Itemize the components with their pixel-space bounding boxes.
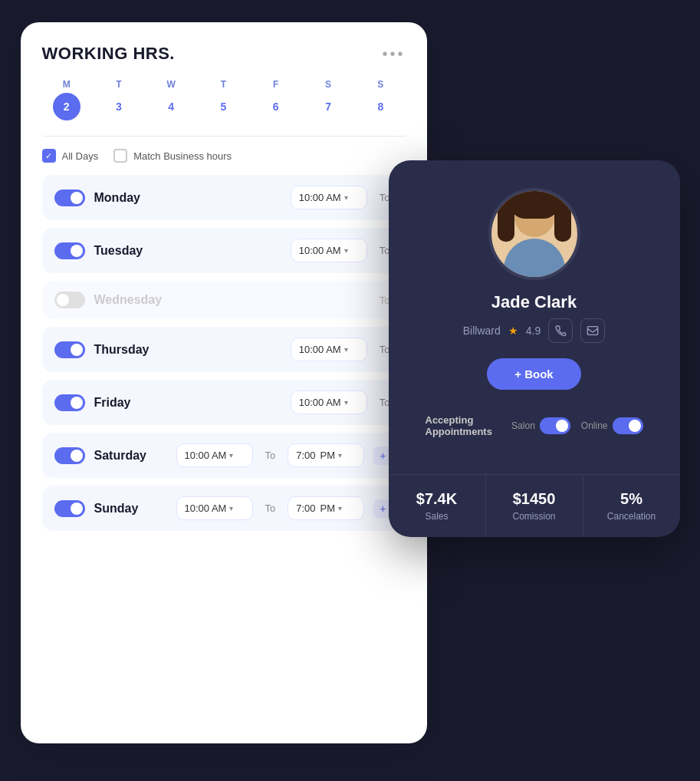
thursday-toggle[interactable] [54,341,85,358]
dropdown-arrow-icon: ▾ [344,246,348,255]
week-day-num[interactable]: 6 [262,93,290,120]
accepting-appointments-label: Accepting Appointments [426,414,501,437]
message-button[interactable] [580,318,605,343]
week-day-label: S [377,79,383,90]
dropdown-arrow-icon: ▾ [229,451,233,460]
thursday-label: Thursday [94,343,281,357]
match-business-label: Match Business hours [133,150,232,162]
company-name: Billward [463,325,501,337]
monday-toggle[interactable] [54,189,85,206]
svg-rect-0 [588,327,598,335]
day-row-friday: Friday 10:00 AM ▾ To [42,380,406,425]
profile-name: Jade Clark [491,292,577,312]
appointments-row: Accepting Appointments Salon Online [410,405,659,450]
salon-label: Salon [511,420,535,431]
cancellation-label: Cancelation [607,511,656,522]
week-day-label: M [63,79,71,90]
saturday-start-time[interactable]: 10:00 AM ▾ [176,443,253,467]
wednesday-label: Wednesday [94,293,367,307]
saturday-label: Saturday [94,449,167,463]
to-label: To [265,503,276,514]
phone-icon [554,325,567,337]
working-title: WORKING HRS. [42,44,175,64]
avatar-image [491,191,577,277]
cancellation-value: 5% [620,490,642,508]
wednesday-toggle[interactable] [54,292,85,308]
working-header: WORKING HRS. ••• [42,44,406,64]
friday-toggle[interactable] [54,394,85,411]
stat-commission: $1450 Comission [486,475,583,537]
day-rows: Monday 10:00 AM ▾ To Tuesday 10:00 AM ▾ … [42,175,406,549]
saturday-toggle[interactable] [54,447,85,464]
star-icon: ★ [508,325,518,337]
commission-value: $1450 [513,490,556,508]
sunday-toggle[interactable] [54,500,85,517]
monday-start-time[interactable]: 10:00 AM ▾ [291,186,367,209]
week-day-num[interactable]: 7 [314,93,342,120]
rating-value: 4.9 [526,325,541,337]
thursday-start-time[interactable]: 10:00 AM ▾ [291,338,367,361]
stats-row: $7.4K Sales $1450 Comission 5% Cancelati… [389,474,680,537]
stat-sales: $7.4K Sales [389,475,486,537]
week-day-num[interactable]: 4 [157,93,185,120]
sales-label: Sales [425,511,448,522]
week-day-label: F [273,79,278,90]
dropdown-arrow-icon: ▾ [229,504,233,512]
profile-meta: Billward ★ 4.9 [463,318,605,343]
week-day-3[interactable]: T 3 [94,79,143,120]
all-days-checkbox[interactable]: ✓ [42,149,56,163]
online-toggle-group: Online [581,417,643,434]
week-day-4[interactable]: W 4 [146,79,196,120]
week-day-7[interactable]: S 7 [304,79,353,120]
monday-label: Monday [94,191,281,205]
match-business-checkbox[interactable] [113,149,127,163]
book-button[interactable]: + Book [487,358,580,390]
week-day-label: T [116,79,121,90]
all-days-option[interactable]: ✓ All Days [42,149,99,163]
online-toggle[interactable] [613,417,643,434]
tuesday-label: Tuesday [94,244,281,258]
more-options-button[interactable]: ••• [382,45,405,63]
saturday-end-time[interactable]: 7:00 PM ▾ [288,443,364,467]
dropdown-arrow-icon: ▾ [344,398,348,407]
phone-button[interactable] [548,318,573,343]
week-selector: M 2 T 3 W 4 T 5 F 6 S 7 S 8 [42,79,406,120]
commission-label: Comission [512,511,555,522]
tuesday-start-time[interactable]: 10:00 AM ▾ [291,239,367,262]
week-day-6[interactable]: F 6 [251,79,301,120]
sunday-label: Sunday [94,502,167,516]
profile-card: Jade Clark Billward ★ 4.9 + Book [389,160,680,537]
online-label: Online [581,420,608,431]
week-day-num[interactable]: 2 [53,93,81,120]
profile-top: Jade Clark Billward ★ 4.9 + Book [389,160,680,468]
stat-cancellation: 5% Cancelation [583,475,680,537]
week-day-num[interactable]: 8 [366,93,394,120]
sunday-start-time[interactable]: 10:00 AM ▾ [176,496,253,520]
friday-label: Friday [94,396,281,410]
friday-start-time[interactable]: 10:00 AM ▾ [291,390,367,414]
avatar-hair [510,191,559,219]
day-row-thursday: Thursday 10:00 AM ▾ To [42,327,406,372]
tuesday-toggle[interactable] [54,242,85,259]
dropdown-arrow-icon: ▾ [344,345,348,354]
week-day-5[interactable]: T 5 [199,79,248,120]
week-day-2[interactable]: M 2 [42,79,91,120]
to-label: To [265,450,276,461]
schedule-options: ✓ All Days Match Business hours [42,149,406,163]
dropdown-arrow-icon: ▾ [338,504,342,512]
day-row-sunday: Sunday 10:00 AM ▾ To 7:00 PM ▾ + − [42,486,406,531]
week-day-8[interactable]: S 8 [356,79,405,120]
week-day-num[interactable]: 5 [209,93,237,120]
dropdown-arrow-icon: ▾ [338,451,342,460]
sunday-end-time[interactable]: 7:00 PM ▾ [288,496,364,520]
salon-toggle-group: Salon [511,417,570,434]
salon-toggle[interactable] [540,417,570,434]
match-business-option[interactable]: Match Business hours [113,149,232,163]
week-day-num[interactable]: 3 [105,93,133,120]
day-row-saturday: Saturday 10:00 AM ▾ To 7:00 PM ▾ + − [42,433,406,478]
sales-value: $7.4K [416,490,457,508]
avatar [488,188,580,280]
day-row-monday: Monday 10:00 AM ▾ To [42,175,406,220]
day-row-wednesday: Wednesday To [42,281,406,319]
working-hours-card: WORKING HRS. ••• M 2 T 3 W 4 T 5 F 6 S 7… [21,22,427,743]
